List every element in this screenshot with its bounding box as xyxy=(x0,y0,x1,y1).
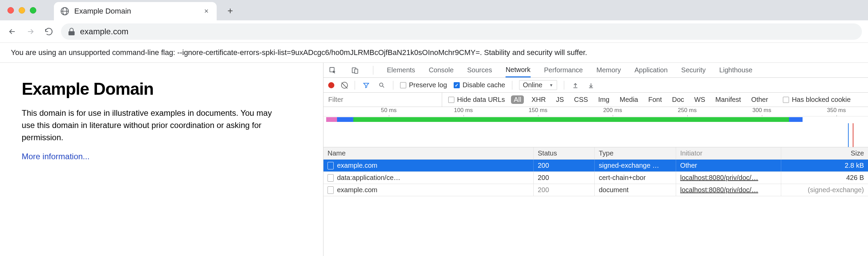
cell-initiator[interactable]: localhost:8080/priv/doc/… xyxy=(676,172,781,184)
filter-pill-js[interactable]: JS xyxy=(553,95,567,104)
separator xyxy=(373,66,373,75)
col-type[interactable]: Type xyxy=(595,147,676,159)
throttling-select[interactable]: Online ▼ xyxy=(519,80,557,90)
separator xyxy=(564,81,564,90)
upload-icon[interactable] xyxy=(571,81,580,90)
separator xyxy=(393,81,393,90)
disable-cache-checkbox[interactable]: Disable cache xyxy=(454,81,505,89)
file-icon xyxy=(328,162,334,169)
filter-pill-ws[interactable]: WS xyxy=(692,95,708,104)
file-icon xyxy=(328,174,334,182)
devtools-tab-application[interactable]: Application xyxy=(634,63,668,77)
device-toolbar-icon[interactable] xyxy=(351,66,359,75)
infobar-warning: You are using an unsupported command-lin… xyxy=(0,43,868,63)
devtools-tab-network[interactable]: Network xyxy=(506,63,530,77)
minimize-window-button[interactable] xyxy=(19,7,25,14)
devtools-tabbar: ElementsConsoleSourcesNetworkPerformance… xyxy=(323,63,868,78)
cell-type: cert-chain+cbor xyxy=(595,172,676,184)
record-button[interactable] xyxy=(328,82,334,88)
tab-title: Example Domain xyxy=(74,7,197,16)
hide-data-urls-checkbox[interactable]: Hide data URLs xyxy=(448,96,505,104)
separator xyxy=(355,81,355,90)
hide-data-urls-label: Hide data URLs xyxy=(457,96,505,104)
filter-pill-other[interactable]: Other xyxy=(748,95,771,104)
has-blocked-label: Has blocked cookie xyxy=(792,96,850,104)
filter-pill-xhr[interactable]: XHR xyxy=(529,95,548,104)
table-row[interactable]: example.com200signed-exchange …Other2.8 … xyxy=(323,160,868,172)
network-toolbar: Preserve log Disable cache Online ▼ xyxy=(323,78,868,93)
timeline-bar xyxy=(353,117,789,122)
back-button[interactable] xyxy=(6,25,18,38)
preserve-log-label: Preserve log xyxy=(409,81,447,89)
filter-input[interactable] xyxy=(323,93,442,107)
globe-icon xyxy=(61,7,69,15)
network-filter-row: Hide data URLs AllXHRJSCSSImgMediaFontDo… xyxy=(323,93,868,107)
table-header[interactable]: Name Status Type Initiator Size xyxy=(323,147,868,160)
more-info-link[interactable]: More information... xyxy=(22,152,90,161)
filter-pill-manifest[interactable]: Manifest xyxy=(713,95,744,104)
network-timeline[interactable]: 50 ms100 ms150 ms200 ms250 ms300 ms350 m… xyxy=(323,107,868,147)
filter-pill-media[interactable]: Media xyxy=(617,95,640,104)
svg-point-3 xyxy=(379,83,383,86)
search-icon[interactable] xyxy=(377,81,386,90)
timeline-bar xyxy=(337,117,353,122)
filter-pill-all[interactable]: All xyxy=(511,95,524,104)
browser-tab[interactable]: Example Domain × xyxy=(54,2,217,20)
devtools-tab-memory[interactable]: Memory xyxy=(596,63,621,77)
timeline-tick: 300 ms xyxy=(752,107,771,114)
clear-button[interactable] xyxy=(341,82,348,89)
timeline-tick: 100 ms xyxy=(454,107,473,114)
cell-name: example.com xyxy=(323,184,534,196)
cell-type: signed-exchange … xyxy=(595,160,676,171)
col-name[interactable]: Name xyxy=(323,147,534,159)
cell-size: 426 B xyxy=(781,172,868,184)
cell-name: example.com xyxy=(323,160,534,171)
close-tab-button[interactable]: × xyxy=(203,5,210,17)
devtools-tab-elements[interactable]: Elements xyxy=(387,63,415,77)
reload-button[interactable] xyxy=(43,25,55,38)
filter-icon[interactable] xyxy=(362,81,371,90)
filter-pill-img[interactable]: Img xyxy=(595,95,612,104)
new-tab-button[interactable]: + xyxy=(223,3,238,18)
close-window-button[interactable] xyxy=(7,7,14,14)
forward-button[interactable] xyxy=(24,25,37,38)
cell-name: data:application/ce… xyxy=(323,172,534,184)
filter-pill-font[interactable]: Font xyxy=(646,95,665,104)
url-text: example.com xyxy=(80,27,129,36)
file-icon xyxy=(328,186,334,194)
cell-initiator[interactable]: Other xyxy=(676,160,781,171)
page-paragraph: This domain is for use in illustrative e… xyxy=(22,107,279,144)
address-bar[interactable]: example.com xyxy=(61,23,862,40)
page-content: Example Domain This domain is for use in… xyxy=(0,63,323,256)
svg-rect-2 xyxy=(355,69,358,73)
devtools-tab-security[interactable]: Security xyxy=(681,63,706,77)
devtools-tab-console[interactable]: Console xyxy=(429,63,453,77)
filter-pill-doc[interactable]: Doc xyxy=(669,95,687,104)
preserve-log-checkbox[interactable]: Preserve log xyxy=(400,81,447,89)
timeline-tick: 250 ms xyxy=(678,107,697,114)
cell-size: 2.8 kB xyxy=(781,160,868,171)
inspect-element-icon[interactable] xyxy=(328,66,337,75)
cell-initiator[interactable]: localhost:8080/priv/doc/… xyxy=(676,184,781,196)
content-area: Example Domain This domain is for use in… xyxy=(0,63,868,256)
browser-tabstrip: Example Domain × + xyxy=(0,0,868,20)
lock-icon xyxy=(68,28,75,35)
cell-size: (signed-exchange) xyxy=(781,184,868,196)
col-status[interactable]: Status xyxy=(534,147,595,159)
cell-type: document xyxy=(595,184,676,196)
page-heading: Example Domain xyxy=(22,79,301,99)
col-size[interactable]: Size xyxy=(781,147,868,159)
table-row[interactable]: example.com200documentlocalhost:8080/pri… xyxy=(323,184,868,196)
has-blocked-cookies-checkbox[interactable]: Has blocked cookie xyxy=(783,96,850,104)
col-initiator[interactable]: Initiator xyxy=(676,147,781,159)
table-row[interactable]: data:application/ce…200cert-chain+cborlo… xyxy=(323,172,868,184)
filter-pill-css[interactable]: CSS xyxy=(571,95,591,104)
cell-status: 200 xyxy=(534,184,595,196)
devtools-tab-sources[interactable]: Sources xyxy=(467,63,492,77)
throttling-value: Online xyxy=(523,81,542,89)
timeline-bar xyxy=(789,117,803,122)
devtools-tab-lighthouse[interactable]: Lighthouse xyxy=(719,63,752,77)
fullscreen-window-button[interactable] xyxy=(30,7,36,14)
devtools-tab-performance[interactable]: Performance xyxy=(544,63,583,77)
download-icon[interactable] xyxy=(587,81,595,90)
